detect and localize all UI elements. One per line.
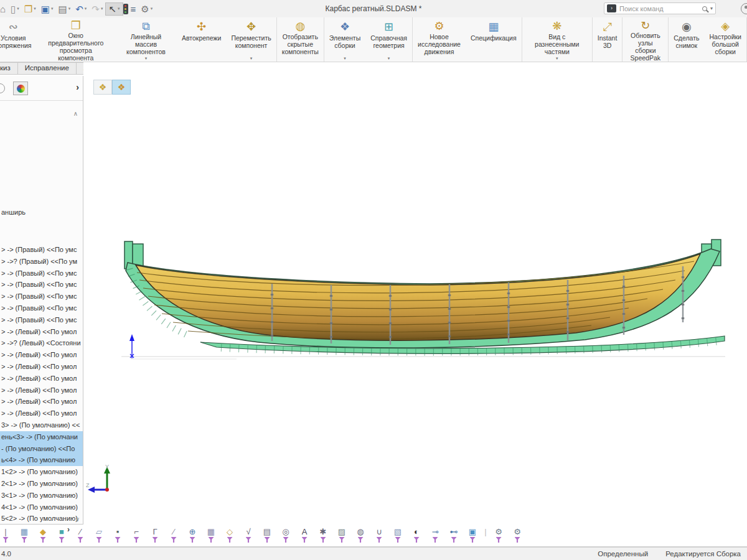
- tree-row[interactable]: 4<1> -> (По умолчанию): [0, 502, 83, 513]
- selected-component-icon[interactable]: ❖: [112, 80, 131, 95]
- ribbon-button[interactable]: ◍ Отобразить скрытые компоненты: [277, 17, 324, 62]
- select-cursor-icon[interactable]: ↖: [105, 2, 123, 16]
- filter-icon[interactable]: ∕: [71, 528, 90, 543]
- filter-icon[interactable]: ▱: [90, 528, 108, 543]
- ribbon-button[interactable]: ❖ Элементы сборки: [324, 17, 365, 62]
- tree-row[interactable]: > -> (Левый) <<По умол: [0, 373, 83, 385]
- search-dropdown-icon[interactable]: ▾: [710, 6, 713, 11]
- tree-scroll-up-icon[interactable]: ∧: [73, 110, 78, 117]
- ribbon-button[interactable]: ❋ Вид с разнесенными частями: [522, 17, 593, 62]
- ribbon-button[interactable]: ∾ Условия сопряжения: [0, 17, 37, 62]
- ribbon-button[interactable]: ✣ Автокрепежи: [177, 17, 226, 62]
- new-document-icon[interactable]: ▯: [8, 3, 22, 15]
- ribbon-button[interactable]: ◈ Настройки большой сборки: [705, 17, 747, 62]
- annotation-arrow[interactable]: [129, 334, 134, 358]
- filter-funnel-icon: [78, 537, 83, 543]
- tree-row[interactable]: ень<3> -> (По умолчани: [0, 431, 83, 443]
- filter-icon[interactable]: ⌐: [127, 528, 146, 543]
- tree-item-planshir[interactable]: анширь: [1, 208, 26, 216]
- save-icon[interactable]: ▣: [39, 3, 56, 15]
- print-icon[interactable]: ▤: [56, 3, 73, 15]
- filter-icon[interactable]: ◍: [351, 528, 370, 543]
- filter-icon[interactable]: ▣: [463, 528, 482, 543]
- ribbon-button[interactable]: ❐ Окно предварительного просмотра компон…: [37, 17, 116, 62]
- tree-row[interactable]: 1<2> -> (По умолчанию): [0, 466, 83, 478]
- filter-icon[interactable]: Γ: [146, 528, 164, 543]
- tree-row[interactable]: > -> (Правый) <<По умс: [0, 314, 83, 326]
- tree-row[interactable]: > -> (Правый) <<По умс: [0, 279, 83, 291]
- filter-icon[interactable]: ◆: [34, 528, 52, 543]
- graphics-viewport[interactable]: ❖ ❖: [83, 62, 747, 526]
- filter-icon[interactable]: ⚙: [489, 528, 508, 543]
- panel-expand-icon[interactable]: ›: [76, 82, 79, 92]
- search-input[interactable]: [619, 5, 702, 12]
- tree-row[interactable]: > -> (Правый) <<По умс: [0, 244, 83, 256]
- tree-row[interactable]: > -> (Правый) <<По умс: [0, 291, 83, 302]
- account-icon[interactable]: [741, 3, 747, 14]
- filter-icon[interactable]: √: [239, 528, 258, 543]
- filter-icon[interactable]: ✱: [314, 528, 332, 543]
- tree-row[interactable]: 5<2> -> (По умолчанию): [0, 513, 83, 525]
- settings-gear-icon[interactable]: ⚙: [138, 3, 155, 15]
- filter-icon[interactable]: ■: [52, 528, 71, 543]
- tree-scroll-down-icon[interactable]: ∨: [75, 516, 80, 523]
- filter-icon[interactable]: |: [0, 528, 15, 543]
- filter-icon[interactable]: ⊷: [444, 528, 463, 543]
- panel-tab-icon[interactable]: [0, 83, 5, 93]
- command-tab[interactable]: Исправление: [18, 62, 77, 75]
- filter-icon[interactable]: |: [482, 528, 489, 536]
- tree-row[interactable]: > -> (Левый) <<По умол: [0, 408, 83, 419]
- filter-icon[interactable]: ⊸: [426, 528, 444, 543]
- breadcrumb-icon: ❖: [99, 82, 107, 92]
- tree-row[interactable]: ь<4> -> (По умолчанию: [0, 454, 83, 466]
- filter-icon[interactable]: ▧: [388, 528, 407, 543]
- filter-icon[interactable]: ⊕: [183, 528, 202, 543]
- filter-icon[interactable]: ▨: [332, 528, 351, 543]
- tree-row[interactable]: > ->? (Правый) <<По ум: [0, 256, 83, 268]
- filter-icon[interactable]: ∕: [164, 528, 183, 543]
- tree-row[interactable]: > ->? (Левый) <Состояни: [0, 337, 83, 349]
- search-icon[interactable]: [702, 6, 707, 11]
- filter-icon[interactable]: ◎: [276, 528, 295, 543]
- ribbon-button[interactable]: ✥ Переместить компонент: [226, 17, 276, 62]
- home-icon[interactable]: ⌂: [0, 3, 8, 15]
- tree-row[interactable]: > -> (Левый) <<По умол: [0, 361, 83, 373]
- ribbon-button[interactable]: ◉ Сделать снимок: [669, 17, 704, 62]
- redo-icon[interactable]: ↷: [89, 3, 105, 15]
- filter-icon[interactable]: ▦: [202, 528, 220, 543]
- tree-row[interactable]: > -> (Левый) <<По умол: [0, 349, 83, 361]
- ribbon-button[interactable]: ▦ Спецификация: [466, 17, 522, 62]
- open-icon[interactable]: ❐: [22, 3, 39, 15]
- tree-row[interactable]: > -> (Правый) <<По умс: [0, 302, 83, 314]
- tree-row[interactable]: > -> (Левый) <<По умол: [0, 396, 83, 408]
- tree-row[interactable]: 2<1> -> (По умолчанию): [0, 478, 83, 490]
- filter-icon[interactable]: ▪: [108, 528, 127, 543]
- ribbon-button[interactable]: ⊞ Справочная геометрия: [365, 17, 413, 62]
- filter-icons-row: | ▦ ◆ ■ ∕ ▱ ▪ ⌐ Γ ∕: [0, 528, 527, 543]
- assembly-node-icon[interactable]: ❖: [93, 80, 112, 95]
- filter-icon[interactable]: A: [295, 528, 314, 543]
- tree-row[interactable]: - (По умолчанию) <<По: [0, 443, 83, 455]
- filter-icon[interactable]: ◐: [407, 528, 426, 543]
- tree-row[interactable]: 3<1> -> (По умолчанию): [0, 490, 83, 502]
- command-tab[interactable]: киз: [0, 62, 18, 75]
- filter-icon[interactable]: ∪: [370, 528, 388, 543]
- filter-icon[interactable]: ▦: [15, 528, 34, 543]
- rebuild-traffic-light-icon[interactable]: [123, 4, 128, 14]
- appearance-tab-button[interactable]: [13, 82, 28, 95]
- tree-row[interactable]: > -> (Левый) <<По умол: [0, 385, 83, 396]
- filter-icon[interactable]: ⚙: [508, 528, 527, 543]
- ribbon-button[interactable]: ⤢ Instant 3D: [593, 17, 623, 62]
- filter-icon[interactable]: ◇: [220, 528, 239, 543]
- ribbon-button[interactable]: ⧉ Линейный массив компонентов: [115, 17, 177, 62]
- command-search-box[interactable]: › ▾: [604, 2, 716, 14]
- options-list-icon[interactable]: ≡: [128, 3, 139, 15]
- tree-row[interactable]: > -> (Левый) <<По умол: [0, 326, 83, 338]
- feature-tree: > -> (Правый) <<По умс> ->? (Правый) <<П…: [0, 244, 83, 525]
- filter-icon[interactable]: ▤: [258, 528, 276, 543]
- tree-row[interactable]: > -> (Правый) <<По умс: [0, 268, 83, 279]
- ribbon-button[interactable]: ⚙ Новое исследование движения: [413, 17, 466, 62]
- tree-row[interactable]: 3> -> (По умолчанию) <<: [0, 419, 83, 431]
- ribbon-button[interactable]: ↻ Обновить узлы сборки SpeedPak: [622, 17, 669, 62]
- undo-icon[interactable]: ↶: [73, 3, 89, 15]
